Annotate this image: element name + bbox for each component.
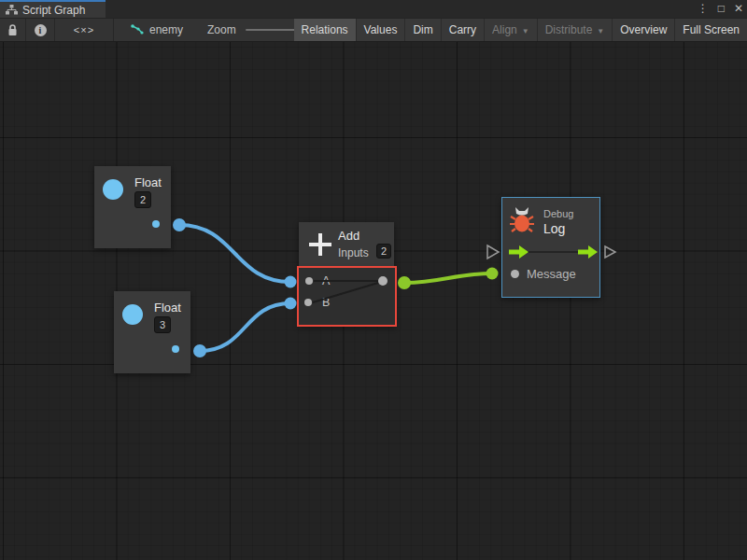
window-controls: ⋮ □ ✕ <box>698 0 743 18</box>
script-graph-window: Script Graph ⋮ □ ✕ i <×> <box>0 0 747 560</box>
close-icon[interactable]: ✕ <box>734 0 743 18</box>
message-input-port[interactable] <box>511 270 519 278</box>
code-view-button[interactable]: <×> <box>55 19 113 41</box>
lock-icon <box>7 24 18 36</box>
toolbar-right-group: Relations Values Dim Carry Align ▼ Distr… <box>294 19 747 41</box>
float-value-field[interactable]: 3 <box>154 316 171 333</box>
node-title: Float <box>134 175 162 189</box>
graph-breadcrumb[interactable]: enemy <box>131 19 183 41</box>
node-float-2[interactable]: Float 3 <box>114 291 190 373</box>
tab-bar: Script Graph ⋮ □ ✕ <box>0 0 747 18</box>
fullscreen-button-label: Full Screen <box>683 23 740 36</box>
tab-script-graph[interactable]: Script Graph <box>0 0 106 18</box>
float-output-port[interactable] <box>152 220 160 228</box>
fullscreen-button[interactable]: Full Screen <box>675 19 747 41</box>
bug-icon <box>510 207 534 233</box>
overview-button[interactable]: Overview <box>613 19 675 41</box>
graph-reference-icon <box>131 24 144 35</box>
overview-button-label: Overview <box>620 23 667 36</box>
graph-reference-label: enemy <box>149 23 183 36</box>
add-output-port[interactable] <box>378 276 388 286</box>
float-value-field[interactable]: 2 <box>134 191 151 208</box>
relations-button-label: Relations <box>302 23 348 36</box>
node-add-ports[interactable]: A B <box>299 268 395 326</box>
message-port-label: Message <box>527 267 576 281</box>
port-a-label: A <box>322 274 330 287</box>
code-view-icon: <×> <box>74 24 94 35</box>
dim-button[interactable]: Dim <box>405 19 441 41</box>
node-title: Float <box>154 301 181 315</box>
maximize-icon[interactable]: □ <box>718 0 725 18</box>
node-title: Add <box>338 229 359 243</box>
node-title: Log <box>543 221 565 236</box>
values-button-label: Values <box>364 23 398 36</box>
node-debug-log[interactable]: Debug Log Message <box>501 197 600 298</box>
dim-button-label: Dim <box>413 23 432 36</box>
float-type-icon <box>122 304 143 325</box>
graph-toolbar: i <×> enemy Zoom 1x <box>0 18 747 42</box>
inputs-count-field[interactable]: 2 <box>376 244 391 259</box>
values-button[interactable]: Values <box>357 19 406 41</box>
distribute-button-label: Distribute <box>545 23 593 36</box>
dropdown-arrow-icon: ▼ <box>522 27 529 35</box>
info-icon: i <box>35 24 47 36</box>
graph-tab-icon <box>6 5 18 15</box>
node-float-1[interactable]: Float 2 <box>94 166 171 248</box>
tab-title: Script Graph <box>22 4 85 17</box>
node-add-header[interactable]: Add Inputs 2 <box>299 222 394 268</box>
node-subtitle: Debug <box>543 208 573 219</box>
carry-button-label: Carry <box>449 23 476 36</box>
float-output-port[interactable] <box>172 345 179 353</box>
toolbar-left-group: i <×> <box>0 19 114 41</box>
info-button[interactable]: i <box>26 19 54 41</box>
zoom-label: Zoom <box>207 23 236 36</box>
align-button[interactable]: Align ▼ <box>485 19 538 41</box>
lock-button[interactable] <box>0 19 25 41</box>
add-icon <box>308 232 332 257</box>
align-button-label: Align <box>492 23 517 36</box>
toolbar-divider <box>113 19 114 41</box>
add-input-port-a[interactable] <box>305 277 313 285</box>
window-menu-icon[interactable]: ⋮ <box>698 0 709 18</box>
carry-button[interactable]: Carry <box>442 19 485 41</box>
port-b-label: B <box>322 296 330 309</box>
distribute-button[interactable]: Distribute ▼ <box>538 19 613 41</box>
relations-button[interactable]: Relations <box>294 19 357 41</box>
inputs-label: Inputs <box>338 246 369 259</box>
dropdown-arrow-icon: ▼ <box>597 27 604 35</box>
add-input-port-b[interactable] <box>304 299 312 306</box>
float-type-icon <box>103 179 123 200</box>
